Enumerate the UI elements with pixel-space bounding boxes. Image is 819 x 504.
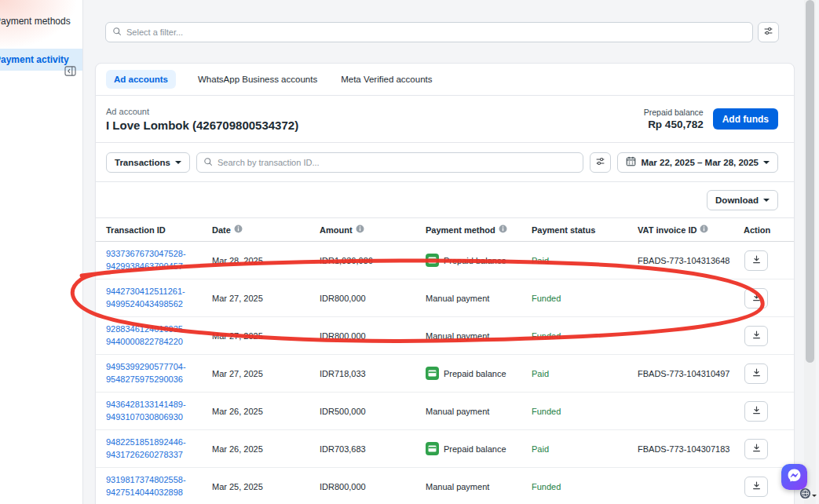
download-icon [751,443,762,455]
date-cell: Mar 26, 2025 [212,407,320,416]
tab-meta-verified-accounts[interactable]: Meta Verified accounts [339,70,433,89]
date-cell: Mar 28, 2025 [212,256,320,265]
column-header-vat-invoice-id: VAT invoice ID [638,225,744,235]
tune-icon [595,156,605,169]
amount-cell: IDR500,000 [320,407,426,416]
download-icon [751,330,762,342]
download-icon [751,480,762,493]
table-row: 9495399290577704-9548275975290036 Mar 27… [96,355,794,393]
amount-cell: IDR800,000 [320,294,426,303]
download-icon [751,367,762,380]
amount-cell: IDR800,000 [320,482,426,491]
transactions-dropdown[interactable]: Transactions [106,152,190,173]
date-cell: Mar 27, 2025 [212,294,320,303]
filter-input[interactable] [126,27,746,37]
add-funds-button[interactable]: Add funds [713,108,778,130]
download-invoice-button[interactable] [744,401,768,422]
account-name: I Love Lombok (426709800534372) [106,119,298,132]
download-invoice-button[interactable] [744,477,768,497]
payment-method-cell: Manual payment [426,482,532,491]
amount-cell: IDR800,000 [320,331,426,341]
table-header: Transaction ID Date Amount Payment metho… [96,218,794,242]
transaction-id-link[interactable]: 9482251851892446-9431726260278337 [106,436,212,461]
info-icon[interactable] [499,225,507,235]
payment-status-cell: Funded [532,331,638,341]
download-invoice-button[interactable] [744,326,768,346]
calendar-icon [626,156,636,168]
tune-icon [763,26,773,38]
amount-cell: IDR718,033 [320,369,426,378]
account-label: Ad account [106,107,298,116]
transaction-search-wrap [196,152,583,173]
billing-page: Payment methods Payment activity [0,0,819,504]
collapse-sidebar-button[interactable] [63,66,77,79]
prepaid-badge-icon [426,442,439,455]
column-header-action: Action [744,225,784,235]
date-cell: Mar 26, 2025 [212,444,320,454]
payment-status-cell: Paid [532,369,638,378]
download-invoice-button[interactable] [744,288,768,309]
transaction-id-link[interactable]: 9442730412511261-9499524043498562 [106,286,212,310]
billing-card: Ad accounts WhatsApp Business accounts M… [95,63,795,504]
search-settings-button[interactable] [590,152,611,173]
caret-down-icon [175,161,181,167]
amount-cell: IDR703,683 [320,444,426,454]
messenger-icon [787,468,802,486]
column-header-payment-method: Payment method [426,225,532,235]
sidebar-item-payment-methods[interactable]: Payment methods [0,10,82,32]
payment-status-cell: Funded [532,407,638,416]
column-header-date: Date [212,225,320,235]
globe-widget[interactable] [799,488,817,502]
account-header: Ad account I Love Lombok (42670980053437… [96,96,794,143]
download-icon [751,405,762,418]
transaction-id-link[interactable]: 9319817374802558-9427514044032898 [106,474,212,499]
date-cell: Mar 25, 2025 [212,482,320,491]
download-dropdown-label: Download [715,195,759,205]
tab-whatsapp-business-accounts[interactable]: WhatsApp Business accounts [196,70,319,89]
transaction-controls: Transactions [96,143,794,182]
download-invoice-button[interactable] [744,439,768,459]
vat-invoice-cell: FBADS-773-104307183 [638,444,744,454]
transaction-id-link[interactable]: 9495399290577704-9548275975290036 [106,361,212,385]
table-row: 9288346124016935-9440000822784220 Mar 27… [96,317,794,355]
transaction-id-link[interactable]: 9337367673047528-9429938463790457 [106,248,212,272]
transaction-id-link[interactable]: 9288346124016935-9440000822784220 [106,323,212,348]
table-row: 9482251851892446-9431726260278337 Mar 26… [96,430,794,468]
date-cell: Mar 27, 2025 [212,331,320,341]
messenger-chat-button[interactable] [781,464,807,490]
tab-ad-accounts[interactable]: Ad accounts [106,70,176,89]
info-icon[interactable] [234,225,243,235]
amount-cell: IDR1,036,086 [320,256,426,265]
payment-status-cell: Funded [532,482,638,491]
download-invoice-button[interactable] [744,363,768,384]
filter-settings-button[interactable] [758,22,779,42]
table-row: 9436428133141489-9493107030806930 Mar 26… [96,393,794,430]
payment-status-cell: Paid [532,256,638,265]
filter-input-wrap [105,22,753,42]
payment-status-cell: Paid [532,444,638,454]
info-icon[interactable] [356,225,364,235]
download-dropdown-button[interactable]: Download [707,190,778,210]
prepaid-balance-label: Prepaid balance [644,108,704,117]
payment-method-cell: Prepaid balance [426,367,532,380]
download-invoice-button[interactable] [744,250,768,271]
date-range-picker[interactable]: Mar 22, 2025 – Mar 28, 2025 [617,152,778,173]
search-icon [112,25,122,39]
vat-invoice-cell: FBADS-773-104310497 [638,369,744,378]
payment-method-cell: Manual payment [426,294,532,303]
table-row: 9442730412511261-9499524043498562 Mar 27… [96,279,794,317]
transaction-search-input[interactable] [218,158,576,167]
payment-method-cell: Prepaid balance [426,254,532,267]
prepaid-balance: Prepaid balance Rp 450,782 [644,108,704,130]
scrollbar-track [804,0,816,504]
prepaid-badge-icon [426,367,439,380]
date-cell: Mar 27, 2025 [212,369,320,378]
transaction-id-link[interactable]: 9436428133141489-9493107030806930 [106,399,212,423]
scrollbar-thumb[interactable] [806,0,814,363]
info-icon[interactable] [700,225,708,235]
account-info: Ad account I Love Lombok (42670980053437… [106,107,298,132]
caret-down-icon [763,161,770,167]
account-type-tabs: Ad accounts WhatsApp Business accounts M… [96,64,794,96]
table-row: 9337367673047528-9429938463790457 Mar 28… [96,242,794,279]
payment-status-cell: Funded [532,294,638,303]
